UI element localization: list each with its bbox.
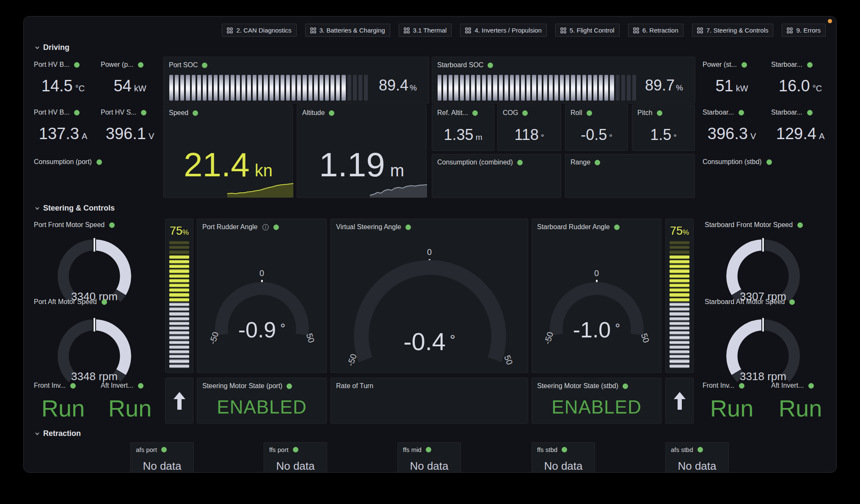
stat-label[interactable]: Power (st... [703,61,737,68]
panel-title[interactable]: COG [503,109,518,117]
panel-title[interactable]: Rate of Turn [336,382,373,390]
panel-ref-altitude: Ref. Altit... 1.35m [432,104,494,151]
status-dot [329,110,334,116]
nav-thermal[interactable]: 3.1 Thermal [399,24,452,37]
status-dot [287,383,292,389]
panel-title[interactable]: Consumption (combined) [437,159,513,166]
no-data-value: No data [264,460,327,473]
gauge-zero-tick [93,318,96,331]
panel-title[interactable]: Port Rudder Angle [202,223,258,231]
panel-title[interactable]: Altitude [302,109,325,117]
panel-title[interactable]: Range [571,159,590,166]
panel-title[interactable]: Speed [169,109,188,117]
stat-label[interactable]: Power (p... [101,61,133,68]
section-steering-controls[interactable]: Steering & Controls [34,204,115,213]
panel-steering-motor-state-port: Steering Motor State (port) ENABLED [197,378,327,424]
stat-label[interactable]: Port HV S... [101,109,136,116]
stat-power-stbd: Power (st... 51kW [701,57,763,103]
panel-title[interactable]: Steering Motor State (stbd) [537,382,618,390]
nav-inverters-propulsion[interactable]: 4. Inverters / Propulsion [460,24,546,37]
stat-value: 137.3 [39,125,79,142]
stat-label[interactable]: Starboar... [703,109,734,116]
nav-steering-controls[interactable]: 7. Steering & Controls [692,24,774,37]
stat-consumption-port: Consumption (port) [32,154,151,200]
stat-label[interactable]: Aft Invert... [771,382,804,389]
stat-label[interactable]: Front Inv... [703,382,734,389]
stat-label[interactable]: Starboard Aft Motor Speed [705,298,785,306]
stat-label[interactable]: Starboar... [771,61,802,68]
vertical-bar-gauge [169,241,189,369]
rudder-value: -1.0 [573,318,611,342]
status-dot [587,110,592,116]
stat-label[interactable]: Consumption (stbd) [703,158,762,166]
alert-dot [828,19,832,23]
screen: 2. CAN Diagnostics 3. Batteries & Chargi… [0,0,860,504]
panel-title[interactable]: afs port [136,446,157,453]
apps-icon [697,27,703,33]
apps-icon [310,27,316,33]
status-dot [96,159,102,165]
gauge-zero-tick [761,238,765,252]
status-dot [273,225,279,230]
nav-label: 3. Batteries & Charging [320,27,385,34]
stat-value: Run [710,395,754,422]
stat-label[interactable]: Consumption (port) [34,158,92,166]
nav-label: 5. Flight Control [570,27,615,34]
stat-label[interactable]: Starboard Front Motor Speed [705,221,793,229]
panel-title[interactable]: Roll [571,109,582,117]
status-dot [808,383,814,389]
stat-stbd-current: Starboar... 129.4A [769,104,831,151]
panel-title[interactable]: Virtual Steering Angle [336,223,401,231]
stat-value: 129.4 [776,125,816,142]
nav-label: 4. Inverters / Propulsion [474,27,541,34]
stat-value: 51 [715,77,733,95]
status-dot [202,63,207,68]
nav-label: 9. Errors [796,27,821,34]
panel-title[interactable]: Pitch [637,109,653,117]
stat-value: 54 [113,77,131,95]
stat-label[interactable]: Port HV B... [34,61,69,68]
status-dot [741,62,747,68]
section-retraction[interactable]: Retraction [34,429,81,438]
arrow-up-icon [172,391,187,411]
stat-label[interactable]: Front Inv... [34,382,66,389]
panel-consumption-combined: Consumption (combined) [432,154,561,198]
chevron-down-icon [34,431,40,437]
stat-label[interactable]: Starboar... [771,109,802,116]
altitude-sparkline [297,176,427,197]
status-dot [807,110,813,115]
stat-value: 14.5 [41,77,73,95]
stat-value: 396.1 [106,125,146,142]
panel-port-soc: Port SOC 89.4% [163,57,429,104]
panel-title[interactable]: Port SOC [169,61,198,69]
gauge-zero-label: 0 [532,268,661,278]
status-dot [562,447,567,452]
stat-label[interactable]: Port Aft Motor Speed [34,298,97,306]
panel-title[interactable]: ffs stbd [537,446,557,453]
nav-errors[interactable]: 9. Errors [782,24,826,37]
panel-title[interactable]: Steering Motor State (port) [202,382,282,390]
status-dot [426,447,431,452]
panel-title[interactable]: Starboard SOC [437,61,483,69]
info-icon[interactable] [262,224,269,231]
stat-value: 396.3 [708,125,748,142]
stat-aft-inverter-stbd: Aft Invert... Run [769,378,831,424]
panel-title[interactable]: Ref. Altit... [437,109,468,117]
panel-title[interactable]: afs stbd [671,446,693,453]
status-dot [623,383,628,389]
nav-batteries-charging[interactable]: 3. Batteries & Charging [305,24,390,37]
port-soc-bar-gauge [169,75,369,101]
panel-steering-motor-state-stbd: Steering Motor State (stbd) ENABLED [532,378,662,424]
nav-flight-control[interactable]: 5. Flight Control [555,24,620,37]
nav-can-diagnostics[interactable]: 2. CAN Diagnostics [222,24,296,37]
panel-bar-gauge-right: 75% [665,219,694,373]
stat-label[interactable]: Port Front Motor Speed [34,221,105,229]
panel-title[interactable]: Starboard Rudder Angle [537,223,610,231]
nav-retraction[interactable]: 6. Retraction [628,24,684,37]
panel-title[interactable]: ffs mid [403,446,422,453]
stbd-soc-bar-gauge [438,75,638,101]
stat-label[interactable]: Aft Invert... [101,382,133,389]
panel-title[interactable]: ffs port [269,446,289,453]
section-driving[interactable]: Driving [34,43,69,52]
stat-label[interactable]: Port HV B... [34,109,69,116]
